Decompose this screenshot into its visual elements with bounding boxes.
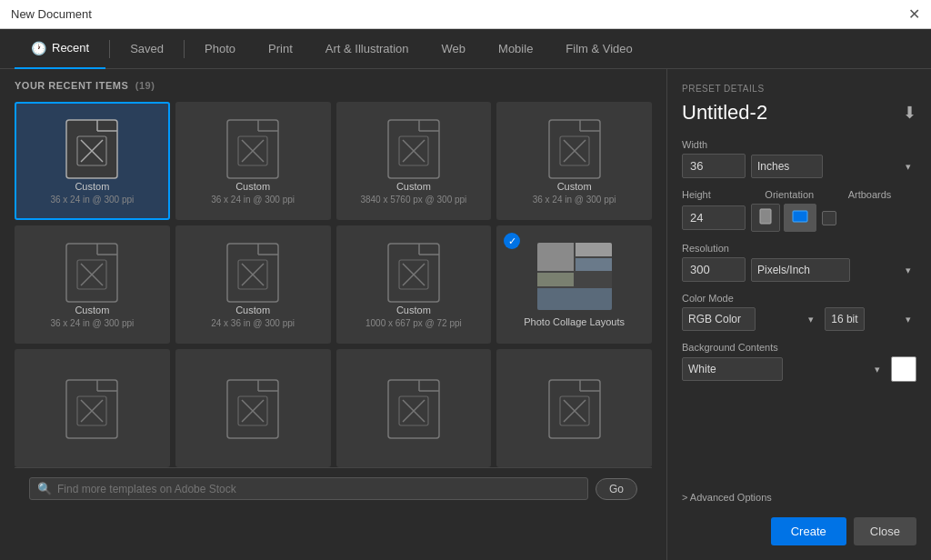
item-label: Photo Collage Layouts	[524, 315, 625, 328]
artboards-checkbox[interactable]	[822, 211, 836, 225]
list-item[interactable]	[336, 349, 492, 467]
fields-section: Width Inches Pixels Centimeters Height O…	[682, 139, 916, 488]
list-item[interactable]	[175, 349, 331, 467]
tab-art-label: Art & Illustration	[325, 42, 409, 55]
file-icon	[225, 118, 280, 180]
search-icon: 🔍	[37, 482, 52, 495]
background-color-swatch[interactable]	[891, 356, 916, 382]
tab-recent[interactable]: 🕐 Recent	[15, 29, 105, 69]
resolution-input[interactable]	[682, 257, 746, 282]
height-label: Height	[682, 189, 750, 200]
preset-title-row: Untitled-2 ⬇	[682, 101, 916, 125]
svg-rect-54	[388, 380, 439, 438]
tab-separator-2	[184, 40, 185, 58]
svg-rect-30	[227, 244, 278, 302]
width-input[interactable]	[682, 154, 746, 178]
item-label: Custom 1000 x 667 px @ 72 ppi	[365, 304, 462, 330]
bit-depth-wrap: 16 bit 8 bit 32 bit	[825, 307, 916, 331]
save-preset-icon[interactable]: ⬇	[903, 103, 916, 123]
resolution-row: Pixels/Inch Pixels/Centimeter	[682, 257, 916, 282]
file-icon	[225, 242, 280, 304]
orientation-group	[751, 204, 816, 232]
content-area: YOUR RECENT ITEMS (19) Custom	[0, 69, 931, 560]
resolution-unit-wrap: Pixels/Inch Pixels/Centimeter	[751, 258, 916, 282]
width-label: Width	[682, 139, 916, 150]
bit-depth-select[interactable]: 16 bit 8 bit 32 bit	[825, 307, 865, 331]
tab-art[interactable]: Art & Illustration	[309, 29, 425, 69]
file-icon	[65, 118, 119, 180]
item-label: Custom 36 x 24 in @ 300 ppi	[211, 180, 295, 206]
clock-icon: 🕐	[31, 41, 46, 55]
list-item[interactable]	[496, 349, 652, 467]
collage-check: ✓	[504, 233, 520, 249]
svg-rect-6	[227, 120, 278, 178]
tab-print-label: Print	[268, 42, 293, 55]
tab-photo[interactable]: Photo	[188, 29, 252, 69]
color-mode-row: RGB Color CMYK Color Grayscale 16 bit 8 …	[682, 307, 916, 331]
create-button[interactable]: Create	[771, 517, 846, 545]
tab-print[interactable]: Print	[252, 29, 309, 69]
portrait-button[interactable]	[751, 204, 780, 232]
recent-count: (19)	[135, 80, 155, 91]
title-bar: New Document ✕	[0, 0, 931, 29]
search-input[interactable]	[57, 483, 580, 495]
items-grid: Custom 36 x 24 in @ 300 ppi	[15, 102, 652, 467]
list-item[interactable]	[15, 349, 170, 467]
svg-rect-48	[227, 380, 278, 438]
orientation-label: Orientation	[765, 189, 833, 200]
height-orient-row	[682, 204, 916, 232]
list-item[interactable]: Custom 36 x 24 in @ 300 ppi	[15, 102, 170, 220]
tab-film[interactable]: Film & Video	[549, 29, 648, 69]
recent-header: YOUR RECENT ITEMS (19)	[15, 80, 652, 91]
file-icon	[386, 118, 441, 180]
list-item[interactable]: Custom 36 x 24 in @ 300 ppi	[175, 102, 331, 220]
file-icon	[65, 378, 119, 440]
file-icon	[65, 242, 119, 304]
sub-label-row: Height Orientation Artboards	[682, 189, 916, 200]
background-row: White Black Transparent Background Color	[682, 356, 916, 382]
resolution-unit-select[interactable]: Pixels/Inch Pixels/Centimeter	[751, 258, 850, 282]
resolution-label: Resolution	[682, 243, 916, 254]
background-select[interactable]: White Black Transparent Background Color	[682, 357, 783, 381]
file-icon	[225, 378, 280, 440]
svg-rect-42	[66, 380, 117, 438]
tab-recent-label: Recent	[52, 41, 89, 55]
dialog-title: New Document	[11, 7, 92, 21]
close-window-button[interactable]: ✕	[908, 7, 920, 22]
tab-separator	[109, 40, 110, 58]
preset-section-label: PRESET DETAILS	[682, 84, 916, 94]
search-input-wrap: 🔍	[29, 477, 588, 500]
tab-web[interactable]: Web	[425, 29, 483, 69]
svg-rect-24	[66, 244, 117, 302]
svg-rect-12	[388, 120, 439, 178]
height-input[interactable]	[682, 205, 746, 230]
landscape-button[interactable]	[784, 204, 816, 232]
tab-saved[interactable]: Saved	[114, 29, 180, 69]
search-bar: 🔍 Go	[15, 467, 652, 509]
tab-web-label: Web	[442, 42, 466, 55]
width-unit-wrap: Inches Pixels Centimeters	[751, 155, 916, 178]
width-unit-select[interactable]: Inches Pixels Centimeters	[751, 155, 823, 178]
svg-rect-0	[66, 120, 117, 178]
go-button[interactable]: Go	[596, 478, 637, 500]
document-title: Untitled-2	[682, 101, 767, 125]
svg-rect-66	[760, 209, 771, 224]
list-item[interactable]: Custom 1000 x 667 px @ 72 ppi	[336, 225, 492, 344]
list-item[interactable]: Custom 36 x 24 in @ 300 ppi	[15, 225, 170, 344]
color-mode-select[interactable]: RGB Color CMYK Color Grayscale	[682, 307, 756, 331]
background-label: Background Contents	[682, 342, 916, 353]
list-item[interactable]: Custom 36 x 24 in @ 300 ppi	[496, 102, 652, 220]
item-label: Custom 24 x 36 in @ 300 ppi	[211, 304, 295, 330]
artboards-label: Artboards	[848, 189, 916, 200]
tab-mobile[interactable]: Mobile	[482, 29, 549, 69]
list-item[interactable]: Custom 3840 x 5760 px @ 300 ppi	[336, 102, 492, 220]
recent-header-label: YOUR RECENT ITEMS	[15, 80, 128, 91]
file-icon	[386, 378, 441, 440]
close-button[interactable]: Close	[854, 517, 916, 545]
tab-mobile-label: Mobile	[498, 42, 533, 55]
tab-photo-label: Photo	[205, 42, 235, 55]
list-item[interactable]: Custom 24 x 36 in @ 300 ppi	[175, 225, 331, 344]
list-item[interactable]: ✓ Photo Collage Layouts	[496, 225, 652, 344]
item-label: Custom 36 x 24 in @ 300 ppi	[50, 180, 134, 206]
advanced-options-toggle[interactable]: > Advanced Options	[682, 492, 916, 503]
